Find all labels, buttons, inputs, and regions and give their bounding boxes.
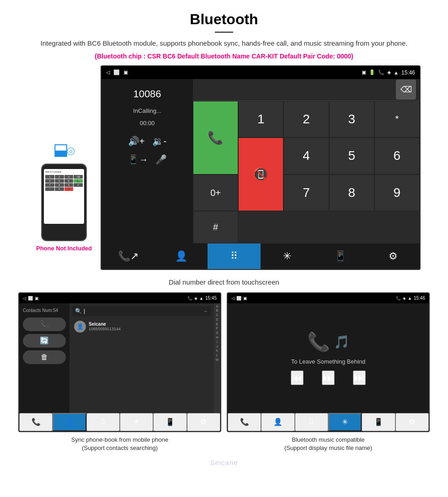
- key-5[interactable]: 5: [329, 137, 374, 174]
- alpha-j[interactable]: J: [216, 344, 218, 349]
- volume-up-icon[interactable]: 🔊+: [128, 136, 145, 147]
- sp-key-0[interactable]: 0: [55, 187, 64, 191]
- contacts-phone-icon: 📞: [187, 296, 192, 301]
- alpha-e[interactable]: E: [216, 322, 219, 327]
- music-caption: Bluetooth music compatible (Support disp…: [227, 436, 430, 452]
- contacts-nav-settings[interactable]: ⚙: [187, 413, 220, 431]
- nav-call-transfer[interactable]: 📞↗: [101, 243, 155, 269]
- alpha-c[interactable]: C: [216, 313, 218, 317]
- music-back-icon[interactable]: ◁: [231, 296, 235, 301]
- contact-name: Seicane: [89, 322, 121, 327]
- contacts-caption-sub: (Support contacts searching): [18, 444, 221, 452]
- sp-key-5[interactable]: 5: [55, 179, 64, 183]
- contacts-nav-phone[interactable]: 📱: [153, 413, 187, 431]
- music-nav-call[interactable]: 📞: [228, 413, 261, 431]
- alpha-f[interactable]: F: [216, 326, 218, 331]
- music-nav-bt[interactable]: ✳: [328, 413, 362, 431]
- back-nav-icon[interactable]: ◁: [106, 69, 110, 75]
- alpha-h[interactable]: H: [216, 335, 218, 340]
- nav-bluetooth[interactable]: ✳: [261, 243, 314, 269]
- contacts-nav-call[interactable]: 📞: [19, 413, 53, 431]
- sp-key-7[interactable]: 7: [45, 183, 54, 187]
- status-time: 15:46: [401, 69, 415, 76]
- sp-key-star[interactable]: *: [45, 187, 54, 191]
- nav-contacts[interactable]: 👤: [155, 243, 208, 269]
- contacts-recents-icon[interactable]: ▣: [35, 296, 39, 301]
- sp-key-6[interactable]: 6: [64, 179, 74, 183]
- contacts-delete-btn[interactable]: 🗑: [23, 350, 66, 364]
- key-8[interactable]: 8: [329, 174, 374, 211]
- play-pause-button[interactable]: ⏭: [322, 370, 335, 385]
- music-statusbar: ◁ ⬜ ▣ 📞 ◈ ▲ 15:46: [228, 293, 429, 303]
- nav-numpad[interactable]: ⠿: [208, 243, 261, 269]
- contacts-main: 🔍 | ← 👤 Seicane 10655059113144: [69, 303, 220, 413]
- sp-key-8[interactable]: 8: [55, 183, 64, 187]
- prev-track-button[interactable]: ⏮: [291, 370, 304, 385]
- backspace-button[interactable]: ⌫: [396, 79, 416, 100]
- music-caption-sub: (Support display music file name): [227, 444, 430, 452]
- key-7[interactable]: 7: [283, 174, 329, 211]
- sp-key-del[interactable]: ⌫: [74, 175, 83, 179]
- key-6[interactable]: 6: [374, 137, 420, 174]
- contacts-call-btn[interactable]: 📞: [23, 317, 66, 331]
- alpha-k[interactable]: K: [216, 349, 219, 353]
- contacts-nav-bt[interactable]: ✳: [120, 413, 153, 431]
- contacts-nav-numpad[interactable]: ⠿: [86, 413, 120, 431]
- contact-number: 10655059113144: [89, 327, 121, 331]
- call-button[interactable]: 📞: [193, 101, 238, 174]
- sp-key-1[interactable]: 1: [45, 175, 54, 179]
- music-nav-phone[interactable]: 📱: [362, 413, 395, 431]
- dial-input[interactable]: [197, 82, 396, 97]
- contacts-nav-contacts[interactable]: 👤: [53, 413, 86, 431]
- alpha-a[interactable]: A: [216, 304, 219, 309]
- alpha-l[interactable]: L: [216, 353, 218, 358]
- alpha-g[interactable]: G: [216, 331, 218, 335]
- call-transfer-icon[interactable]: 📱→: [128, 154, 148, 165]
- microphone-icon[interactable]: 🎤: [155, 154, 167, 165]
- contacts-home-icon[interactable]: ⬜: [28, 296, 33, 301]
- watermark-text: Seicane: [210, 459, 238, 466]
- sp-key-4[interactable]: 4: [45, 179, 54, 183]
- alpha-m[interactable]: M: [216, 358, 219, 362]
- end-call-button[interactable]: 📵: [238, 137, 283, 211]
- sp-key-end[interactable]: 📵: [64, 187, 74, 191]
- sp-key-2[interactable]: 2: [55, 175, 64, 179]
- music-recents-icon[interactable]: ▣: [243, 296, 247, 301]
- music-home-icon[interactable]: ⬜: [236, 296, 241, 301]
- key-star[interactable]: *: [374, 101, 420, 138]
- search-back-icon[interactable]: ←: [203, 308, 208, 314]
- wifi-icon: ▲: [394, 70, 399, 75]
- alpha-i[interactable]: I: [217, 340, 218, 344]
- dial-number: 10086: [109, 88, 186, 100]
- contacts-back-icon[interactable]: ◁: [23, 296, 26, 301]
- music-screen: ◁ ⬜ ▣ 📞 ◈ ▲ 15:46 📞 🎵 To Leave Something…: [227, 292, 430, 432]
- sp-key-call[interactable]: 📞: [74, 179, 83, 183]
- volume-down-icon[interactable]: 🔉-: [152, 136, 167, 147]
- music-icon-area: 📞 🎵: [307, 331, 350, 353]
- music-nav-numpad[interactable]: ⠿: [295, 413, 328, 431]
- contacts-sync-btn[interactable]: 🔄: [23, 334, 66, 348]
- music-nav-contacts[interactable]: 👤: [261, 413, 294, 431]
- alpha-d[interactable]: D: [216, 317, 218, 322]
- alpha-b[interactable]: B: [216, 308, 219, 313]
- key-9[interactable]: 9: [374, 174, 420, 211]
- key-4[interactable]: 4: [283, 137, 329, 174]
- nav-phone-out[interactable]: 📱: [314, 243, 367, 269]
- key-0plus[interactable]: 0+: [193, 174, 238, 211]
- key-3[interactable]: 3: [329, 101, 374, 138]
- sp-key-hash[interactable]: #: [74, 183, 83, 187]
- sp-key-3[interactable]: 3: [64, 175, 74, 179]
- recents-nav-icon[interactable]: ▣: [123, 69, 128, 75]
- key-hash[interactable]: #: [193, 211, 238, 243]
- small-phone-screen: Add to Contacts 1 2 3 ⌫ 4 5 6 📞 7 8 9 # …: [44, 169, 84, 224]
- phone-mockup: ⬓ ⦾ Add to Contacts 1 2 3 ⌫ 4 5 6 📞 7 8: [27, 65, 101, 270]
- music-nav-settings[interactable]: ⚙: [395, 413, 429, 431]
- nav-settings[interactable]: ⚙: [367, 243, 420, 269]
- next-track-button[interactable]: ⏭: [353, 370, 366, 385]
- sp-key-9[interactable]: 9: [64, 183, 74, 187]
- key-1[interactable]: 1: [238, 101, 283, 138]
- bottom-screens-row: ◁ ⬜ ▣ 📞 ◈ ▲ 15:45 Contacts Num:54 📞 🔄 🗑: [0, 292, 448, 432]
- key-2[interactable]: 2: [283, 101, 329, 138]
- bluetooth-symbol-icon: ⬓: [53, 140, 69, 159]
- home-nav-icon[interactable]: ⬜: [113, 69, 120, 75]
